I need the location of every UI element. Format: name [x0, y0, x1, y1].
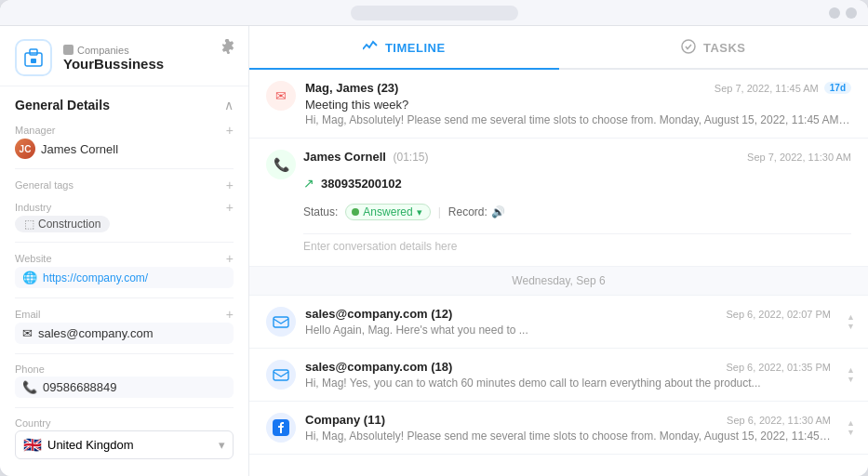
item-time: Sep 7, 2022, 11:30 AM: [747, 152, 851, 163]
item-badge: 17d: [824, 82, 851, 94]
divider: [15, 298, 234, 298]
industry-field: Industry + ⬚ Construction: [0, 197, 248, 236]
timeline-item: sales@company.com (12) Sep 6, 2022, 02:0…: [249, 296, 868, 349]
company-icon: [15, 39, 52, 76]
chevron-down-icon: ▼: [847, 323, 855, 331]
date-divider: Wednesday, Sep 6: [249, 267, 868, 296]
industry-add-button[interactable]: +: [226, 201, 234, 214]
item-preview: Hi, Mag, Absolutely! Please send me seve…: [305, 430, 831, 443]
call-direction-icon: ↗: [303, 176, 314, 191]
record-button[interactable]: Record: 🔊: [448, 205, 505, 218]
website-label: Website +: [15, 252, 234, 265]
country-select[interactable]: 🇬🇧 United Kingdom ▾: [15, 430, 234, 459]
item-sender: Company (11): [305, 413, 385, 427]
email-value: ✉ sales@company.com: [15, 323, 234, 344]
tab-timeline[interactable]: TIMELINE: [249, 26, 559, 70]
conversation-placeholder: Enter conversation details here: [303, 240, 457, 253]
item-subject: Meeting this week?: [305, 98, 851, 112]
item-preview: Hello Again, Mag. Here's what you need t…: [305, 324, 831, 337]
timeline-icon: [363, 40, 378, 56]
call-duration: (01:15): [394, 151, 429, 164]
phone-label: Phone: [15, 364, 234, 375]
timeline-item: ✉ Mag, James (23) Sep 7, 2022, 11:45 AM …: [249, 70, 868, 139]
right-panel: TIMELINE TASKS ✉ Mag, James (23): [249, 26, 868, 476]
item-sender: James Cornell (01:15): [303, 150, 429, 164]
industry-tag: ⬚ Construction: [15, 216, 110, 232]
manager-avatar: JC: [15, 139, 35, 159]
call-status-row: Status: Answered ▾ | Record: 🔊: [303, 204, 851, 220]
section-header: General Details ∧: [0, 86, 248, 120]
fb-avatar: [266, 413, 296, 443]
breadcrumb-label: Companies: [77, 45, 129, 56]
chevron-up-icon: ▲: [847, 366, 855, 375]
dropdown-arrow-icon[interactable]: ▾: [417, 206, 422, 218]
country-label: Country: [15, 417, 234, 429]
item-header: sales@company.com (18) Sep 6, 2022, 01:3…: [305, 360, 831, 374]
tab-tasks[interactable]: TASKS: [559, 26, 869, 70]
divider: [15, 353, 234, 354]
chevron-down-icon: ▼: [847, 429, 855, 437]
status-label: Status:: [303, 205, 338, 218]
phone-icon: 📞: [22, 380, 37, 394]
item-header: James Cornell (01:15) Sep 7, 2022, 11:30…: [303, 150, 851, 164]
phone-avatar: 📞: [266, 150, 296, 179]
item-header: Mag, James (23) Sep 7, 2022, 11:45 AM 17…: [305, 81, 851, 95]
globe-icon: 🌐: [22, 271, 37, 284]
country-field: Country 🇬🇧 United Kingdom ▾: [0, 414, 248, 463]
industry-label: Industry +: [15, 201, 234, 214]
svg-rect-2: [31, 59, 36, 63]
separator: |: [438, 205, 441, 218]
item-header: sales@company.com (12) Sep 6, 2022, 02:0…: [305, 307, 831, 321]
window-btn-2: [846, 7, 857, 19]
website-add-button[interactable]: +: [226, 252, 234, 265]
industry-icon: ⬚: [24, 218, 34, 231]
divider: [15, 242, 234, 243]
tab-timeline-label: TIMELINE: [385, 41, 446, 55]
timeline-item: 📞 James Cornell (01:15) Sep 7, 2022, 11:…: [249, 139, 868, 267]
item-time: Sep 7, 2022, 11:45 AM: [714, 83, 819, 94]
expand-button[interactable]: ▲ ▼: [847, 419, 855, 437]
phone-value: 📞 09586688849: [15, 377, 234, 398]
item-header: Company (11) Sep 6, 2022, 11:30 AM: [305, 413, 831, 427]
general-tags-label: General tags +: [15, 178, 234, 192]
breadcrumb: Companies: [63, 45, 164, 56]
manager-field: Manager + JC James Cornell: [0, 120, 248, 163]
conversation-input[interactable]: Enter conversation details here: [303, 233, 851, 255]
timeline-item: sales@company.com (18) Sep 6, 2022, 01:3…: [249, 349, 868, 402]
svg-rect-1: [30, 49, 37, 55]
timeline-content: ✉ Mag, James (23) Sep 7, 2022, 11:45 AM …: [249, 70, 868, 476]
chevron-up-icon: ▲: [847, 313, 855, 322]
chevron-down-icon: ▾: [219, 438, 225, 452]
manager-label: Manager +: [15, 124, 234, 137]
item-sender: sales@company.com (18): [305, 360, 452, 374]
item-preview: Hi, Mag, Absolutely! Please send me seve…: [305, 113, 851, 126]
item-time: Sep 6, 2022, 02:07 PM: [726, 309, 831, 320]
app-window: Companies YourBussiness General Details …: [0, 0, 868, 476]
tasks-icon: [681, 39, 696, 57]
title-bar: [0, 0, 868, 26]
manager-add-button[interactable]: +: [226, 124, 234, 137]
status-badge: Answered ▾: [345, 204, 430, 220]
section-collapse-button[interactable]: ∧: [224, 98, 234, 112]
window-btn-1: [829, 7, 840, 19]
record-label: Record:: [448, 205, 487, 218]
email-add-button[interactable]: +: [226, 308, 234, 321]
status-dot: [352, 208, 359, 216]
expand-button[interactable]: ▲ ▼: [847, 313, 855, 331]
company-header: Companies YourBussiness: [0, 26, 248, 86]
item-body: sales@company.com (12) Sep 6, 2022, 02:0…: [305, 307, 831, 337]
expand-button[interactable]: ▲ ▼: [847, 366, 855, 384]
item-sender: Mag, James (23): [305, 81, 398, 95]
mail-avatar: ✉: [266, 81, 296, 111]
email-icon: ✉: [22, 326, 33, 340]
settings-button[interactable]: [220, 39, 235, 58]
tags-add-button[interactable]: +: [226, 178, 234, 192]
item-sender: sales@company.com (12): [305, 307, 452, 321]
tabs-bar: TIMELINE TASKS: [249, 26, 868, 70]
phone-field: Phone 📞 09586688849: [0, 360, 248, 402]
timeline-item: Company (11) Sep 6, 2022, 11:30 AM Hi, M…: [249, 402, 868, 455]
phone-number: 380935200102: [321, 177, 402, 191]
divider: [15, 407, 234, 408]
svg-point-4: [682, 40, 695, 53]
svg-rect-6: [274, 370, 288, 380]
